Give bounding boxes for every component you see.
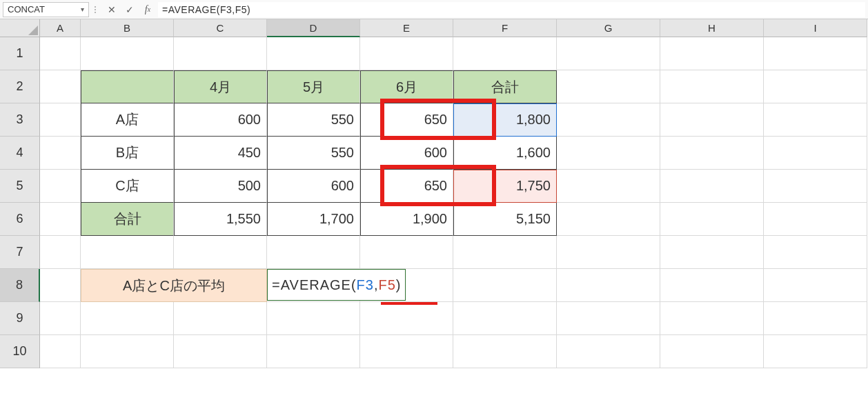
cell-C10[interactable] bbox=[174, 335, 267, 368]
col-header-D[interactable]: D bbox=[267, 19, 360, 37]
row-header-9[interactable]: 9 bbox=[0, 302, 40, 335]
cell-G2[interactable] bbox=[557, 70, 660, 103]
cell-B4[interactable]: B店 bbox=[81, 137, 174, 170]
cell-F6[interactable]: 5,150 bbox=[453, 203, 557, 236]
row-header-10[interactable]: 10 bbox=[0, 335, 40, 368]
cell-D4[interactable]: 550 bbox=[267, 137, 360, 170]
cell-H2[interactable] bbox=[660, 70, 764, 103]
cell-B3[interactable]: A店 bbox=[81, 103, 174, 137]
cell-F10[interactable] bbox=[453, 335, 557, 368]
cell-D9[interactable] bbox=[267, 302, 360, 335]
cell-A7[interactable] bbox=[40, 236, 81, 269]
cell-F3[interactable]: 1,800 bbox=[453, 103, 557, 137]
cell-E4[interactable]: 600 bbox=[360, 137, 453, 170]
cell-F9[interactable] bbox=[453, 302, 557, 335]
cell-I3[interactable] bbox=[764, 103, 867, 137]
cell-G10[interactable] bbox=[557, 335, 660, 368]
cell-D10[interactable] bbox=[267, 335, 360, 368]
cell-A6[interactable] bbox=[40, 203, 81, 236]
fx-icon[interactable]: fx bbox=[140, 2, 155, 17]
cell-D2[interactable]: 5月 bbox=[267, 70, 360, 103]
cell-C7[interactable] bbox=[174, 236, 267, 269]
editing-cell-D8[interactable]: =AVERAGE(F3,F5) bbox=[267, 269, 406, 301]
col-header-A[interactable]: A bbox=[40, 19, 81, 37]
cell-F8[interactable] bbox=[453, 269, 557, 302]
cell-I6[interactable] bbox=[764, 203, 867, 236]
cell-H10[interactable] bbox=[660, 335, 764, 368]
row-header-5[interactable]: 5 bbox=[0, 170, 40, 203]
cell-B8[interactable] bbox=[81, 269, 174, 302]
cell-A2[interactable] bbox=[40, 70, 81, 103]
cell-I10[interactable] bbox=[764, 335, 867, 368]
cell-A1[interactable] bbox=[40, 37, 81, 70]
col-header-B[interactable]: B bbox=[81, 19, 174, 37]
cell-F1[interactable] bbox=[453, 37, 557, 70]
cell-E5[interactable]: 650 bbox=[360, 170, 453, 203]
cell-E10[interactable] bbox=[360, 335, 453, 368]
cell-E6[interactable]: 1,900 bbox=[360, 203, 453, 236]
cell-I1[interactable] bbox=[764, 37, 867, 70]
row-header-4[interactable]: 4 bbox=[0, 137, 40, 170]
cell-B10[interactable] bbox=[81, 335, 174, 368]
cell-G1[interactable] bbox=[557, 37, 660, 70]
cell-G5[interactable] bbox=[557, 170, 660, 203]
cell-B2[interactable] bbox=[81, 70, 174, 103]
cell-A8[interactable] bbox=[40, 269, 81, 302]
row-header-7[interactable]: 7 bbox=[0, 236, 40, 269]
cell-D1[interactable] bbox=[267, 37, 360, 70]
cell-E1[interactable] bbox=[360, 37, 453, 70]
row-header-2[interactable]: 2 bbox=[0, 70, 40, 103]
cell-E3[interactable]: 650 bbox=[360, 103, 453, 137]
col-header-G[interactable]: G bbox=[557, 19, 660, 37]
name-box[interactable]: CONCAT ▾ bbox=[3, 2, 89, 17]
cell-F7[interactable] bbox=[453, 236, 557, 269]
cell-E2[interactable]: 6月 bbox=[360, 70, 453, 103]
cell-C9[interactable] bbox=[174, 302, 267, 335]
cell-I7[interactable] bbox=[764, 236, 867, 269]
col-header-F[interactable]: F bbox=[453, 19, 557, 37]
cell-D7[interactable] bbox=[267, 236, 360, 269]
cell-D6[interactable]: 1,700 bbox=[267, 203, 360, 236]
cell-G4[interactable] bbox=[557, 137, 660, 170]
cell-C6[interactable]: 1,550 bbox=[174, 203, 267, 236]
cell-I5[interactable] bbox=[764, 170, 867, 203]
cell-D3[interactable]: 550 bbox=[267, 103, 360, 137]
cell-I8[interactable] bbox=[764, 269, 867, 302]
cell-C5[interactable]: 500 bbox=[174, 170, 267, 203]
cell-G7[interactable] bbox=[557, 236, 660, 269]
cell-E7[interactable] bbox=[360, 236, 453, 269]
cell-H6[interactable] bbox=[660, 203, 764, 236]
cell-I9[interactable] bbox=[764, 302, 867, 335]
col-header-I[interactable]: I bbox=[764, 19, 867, 37]
cell-A10[interactable] bbox=[40, 335, 81, 368]
cell-C1[interactable] bbox=[174, 37, 267, 70]
formula-input[interactable]: =AVERAGE(F3,F5) bbox=[158, 2, 865, 17]
cell-B7[interactable] bbox=[81, 236, 174, 269]
cell-H9[interactable] bbox=[660, 302, 764, 335]
cell-G8[interactable] bbox=[557, 269, 660, 302]
cell-H4[interactable] bbox=[660, 137, 764, 170]
cell-B9[interactable] bbox=[81, 302, 174, 335]
cell-E9[interactable] bbox=[360, 302, 453, 335]
row-header-6[interactable]: 6 bbox=[0, 203, 40, 236]
cell-G9[interactable] bbox=[557, 302, 660, 335]
cell-B5[interactable]: C店 bbox=[81, 170, 174, 203]
select-all-corner[interactable] bbox=[0, 19, 40, 37]
cell-F5[interactable]: 1,750 bbox=[453, 170, 557, 203]
cancel-formula-button[interactable]: ✕ bbox=[104, 2, 119, 17]
cell-I4[interactable] bbox=[764, 137, 867, 170]
chevron-down-icon[interactable]: ▾ bbox=[81, 6, 84, 13]
cell-G6[interactable] bbox=[557, 203, 660, 236]
cell-C2[interactable]: 4月 bbox=[174, 70, 267, 103]
row-header-8[interactable]: 8 bbox=[0, 269, 40, 302]
row-header-1[interactable]: 1 bbox=[0, 37, 40, 70]
confirm-formula-button[interactable]: ✓ bbox=[122, 2, 137, 17]
cell-H3[interactable] bbox=[660, 103, 764, 137]
cell-A4[interactable] bbox=[40, 137, 81, 170]
cell-A9[interactable] bbox=[40, 302, 81, 335]
cell-H8[interactable] bbox=[660, 269, 764, 302]
cell-A5[interactable] bbox=[40, 170, 81, 203]
cell-C3[interactable]: 600 bbox=[174, 103, 267, 137]
cell-B6[interactable]: 合計 bbox=[81, 203, 174, 236]
cell-A3[interactable] bbox=[40, 103, 81, 137]
